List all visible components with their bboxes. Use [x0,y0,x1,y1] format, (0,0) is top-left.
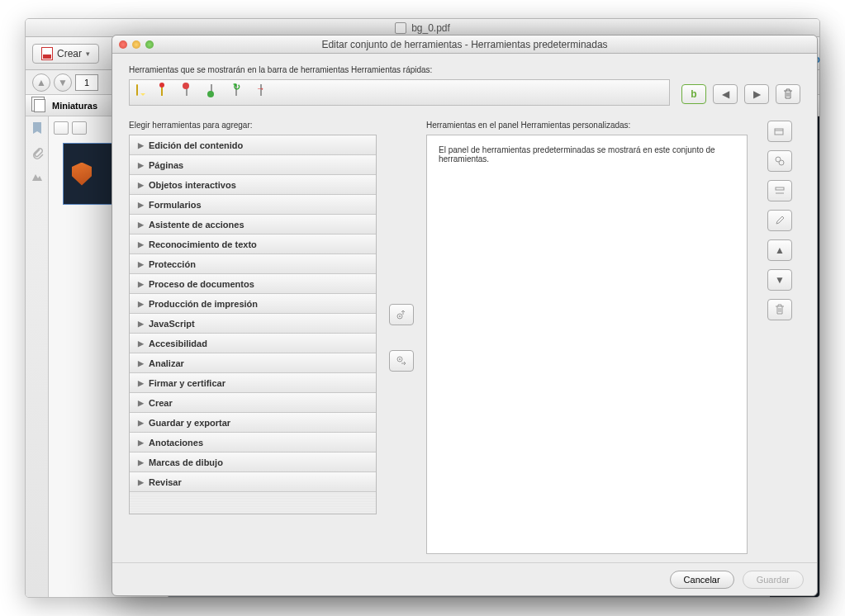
list-filler [130,492,376,514]
tool-categories-list[interactable]: ▶Edición del contenido ▶Páginas ▶Objetos… [129,135,377,514]
disclosure-triangle-icon: ▶ [138,320,144,328]
page-up-button[interactable]: ▲ [32,73,50,92]
sticky-note-icon[interactable] [161,85,178,100]
svg-point-4 [779,160,784,165]
prev-set-button[interactable]: ◀ [713,84,738,104]
add-up-icon [396,309,407,320]
add-right-icon [396,355,407,367]
disclosure-triangle-icon: ▶ [138,399,144,407]
panel-action-buttons: ▲ ▼ [759,121,800,554]
chevron-down-icon: ▾ [86,50,90,58]
minimize-window-button[interactable] [132,40,140,49]
disclosure-triangle-icon: ▶ [138,240,144,249]
trash-icon [775,304,785,315]
delete-set-button[interactable] [776,84,800,104]
close-window-button[interactable] [119,40,127,49]
category-item[interactable]: ▶Páginas [130,155,376,175]
svg-rect-2 [775,129,783,135]
delete-page-icon[interactable] [186,85,202,100]
edit-item-button[interactable] [767,210,792,231]
tools-selection-row: Elegir herramientas para agregar: ▶Edici… [129,121,800,554]
choose-tools-label: Elegir herramientas para agregar: [129,121,377,130]
quick-nav-buttons: b ◀ ▶ [681,84,800,104]
disclosure-triangle-icon: ▶ [138,458,144,467]
remove-item-button[interactable] [767,299,792,320]
add-divider-button[interactable] [767,180,792,201]
thumbnails-label: Miniaturas [52,101,97,111]
page-number-input[interactable] [75,74,98,91]
extract-page-icon[interactable] [260,85,277,100]
document-icon [395,22,406,34]
side-rail [26,116,49,597]
save-button[interactable]: Guardar [743,571,804,589]
add-page-icon[interactable] [211,85,227,100]
thumb-new-button[interactable] [72,121,87,135]
zoom-window-button[interactable] [145,40,154,49]
custom-tools-label: Herramientas en el panel Herramientas pe… [426,121,748,130]
create-button[interactable]: Crear ▾ [32,44,99,64]
page-down-button[interactable]: ▼ [54,73,72,92]
trash-icon [783,88,793,100]
bookmark-icon[interactable] [31,121,44,135]
category-item[interactable]: ▶Revisar [130,472,376,492]
disclosure-triangle-icon: ▶ [138,260,144,268]
next-set-button[interactable]: ▶ [744,84,769,104]
category-item[interactable]: ▶Analizar [130,353,376,373]
disclosure-triangle-icon: ▶ [138,161,144,169]
thumb-options-button[interactable] [54,121,69,135]
disclosure-triangle-icon: ▶ [138,300,144,308]
category-item[interactable]: ▶JavaScript [130,314,376,334]
category-item[interactable]: ▶Asistente de acciones [130,215,376,235]
current-set-button[interactable]: b [681,84,706,104]
comment-icon[interactable] [136,85,153,100]
disclosure-triangle-icon: ▶ [138,181,144,189]
category-item[interactable]: ▶Firmar y certificar [130,373,376,393]
group-icon [774,155,786,167]
category-item[interactable]: ▶Objetos interactivos [130,175,376,195]
pages-icon [34,99,45,112]
document-title: bg_0.pdf [411,22,450,34]
move-up-button[interactable]: ▲ [767,239,792,261]
shield-icon [72,163,92,186]
category-item[interactable]: ▶Formularios [130,195,376,215]
disclosure-triangle-icon: ▶ [138,280,144,288]
quick-tools-row: Herramientas que se mostrarán en la barr… [129,65,800,106]
category-item[interactable]: ▶Proceso de documentos [130,274,376,294]
attachment-icon[interactable] [31,146,44,159]
dialog-body: Herramientas que se mostrarán en la barr… [112,54,817,562]
section-icon [774,126,786,136]
svg-rect-5 [776,187,784,190]
category-item[interactable]: ▶Anotaciones [130,433,376,453]
quick-tools-bar [129,79,670,106]
disclosure-triangle-icon: ▶ [138,141,144,149]
category-item[interactable]: ▶Marcas de dibujo [130,453,376,472]
signatures-icon[interactable] [31,171,44,184]
traffic-lights [119,40,154,49]
custom-tools-panel[interactable]: El panel de herramientas predeterminadas… [426,135,748,554]
category-item[interactable]: ▶Reconocimiento de texto [130,235,376,254]
category-item[interactable]: ▶Accesibilidad [130,334,376,353]
quick-tools-label: Herramientas que se mostrarán en la barr… [129,65,670,74]
divider-icon [774,186,786,196]
category-item[interactable]: ▶Edición del contenido [130,135,376,155]
category-item[interactable]: ▶Producción de impresión [130,294,376,314]
disclosure-triangle-icon: ▶ [138,359,144,367]
rotate-page-icon[interactable] [235,85,252,100]
category-item[interactable]: ▶Crear [130,393,376,413]
cancel-button[interactable]: Cancelar [670,571,734,589]
edit-toolset-dialog: Editar conjunto de herramientas - Herram… [112,35,818,596]
add-to-panel-button[interactable] [389,350,414,372]
add-section-button[interactable] [767,121,792,142]
disclosure-triangle-icon: ▶ [138,220,144,229]
disclosure-triangle-icon: ▶ [138,438,144,447]
disclosure-triangle-icon: ▶ [138,339,144,348]
category-item[interactable]: ▶Guardar y exportar [130,413,376,433]
move-down-button[interactable]: ▼ [767,269,792,291]
disclosure-triangle-icon: ▶ [138,379,144,387]
add-to-quickbar-button[interactable] [389,304,414,325]
category-item[interactable]: ▶Protección [130,254,376,274]
custom-panel-message: El panel de herramientas predeterminadas… [439,145,715,163]
pencil-icon [775,216,785,225]
dialog-title: Editar conjunto de herramientas - Herram… [112,39,817,50]
add-group-button[interactable] [767,150,792,172]
